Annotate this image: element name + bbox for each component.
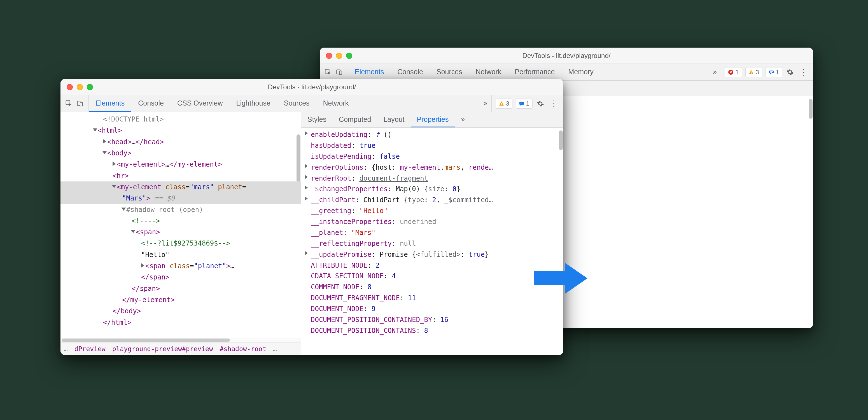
inspect-icon[interactable]: [324, 68, 333, 77]
tab-memory[interactable]: Memory: [561, 64, 600, 80]
more-menu-icon[interactable]: ⋮: [798, 67, 809, 77]
property-row[interactable]: __childPart: ChildPart {type: 2, _$commi…: [304, 194, 559, 206]
tabs-overflow-icon[interactable]: »: [479, 95, 491, 112]
window-minimize-icon[interactable]: [336, 53, 342, 59]
tab-sources[interactable]: Sources: [277, 95, 316, 112]
svg-rect-11: [80, 102, 83, 106]
svg-rect-8: [770, 72, 772, 73]
tab-console[interactable]: Console: [131, 95, 170, 112]
property-row[interactable]: __updatePromise: Promise {<fulfilled>: t…: [304, 249, 559, 260]
dom-node[interactable]: <hr>: [60, 170, 301, 181]
dom-node[interactable]: <body>: [60, 148, 301, 159]
svg-rect-5: [751, 73, 751, 73]
svg-rect-13: [501, 104, 502, 105]
property-row[interactable]: DOCUMENT_POSITION_CONTAINS: 8: [304, 325, 559, 336]
subtab-properties[interactable]: Properties: [411, 112, 455, 127]
property-row[interactable]: isUpdatePending: false: [304, 151, 559, 162]
warning-badge[interactable]: 3: [496, 98, 513, 109]
property-row[interactable]: DOCUMENT_FRAGMENT_NODE: 11: [304, 293, 559, 303]
device-toggle-icon[interactable]: [75, 99, 85, 108]
svg-rect-14: [519, 102, 524, 105]
tab-css-overview[interactable]: CSS Overview: [170, 95, 229, 112]
dom-node[interactable]: <span>: [60, 227, 301, 238]
scrollbar-thumb[interactable]: [809, 99, 812, 119]
window-minimize-icon[interactable]: [77, 84, 83, 90]
dom-node-selected[interactable]: <my-element class="mars" planet=: [60, 181, 301, 192]
tab-network[interactable]: Network: [469, 64, 508, 80]
horizontal-scrollbar[interactable]: [60, 338, 301, 342]
dom-node[interactable]: <span class="planet">…: [60, 261, 301, 272]
titlebar: DevTools - lit.dev/playground/: [60, 79, 563, 95]
titlebar: DevTools - lit.dev/playground/: [320, 48, 813, 64]
property-row[interactable]: DOCUMENT_NODE: 9: [304, 303, 559, 314]
dom-node[interactable]: <!--?lit$927534869$-->: [60, 238, 301, 249]
dom-node[interactable]: <head>…</head>: [60, 137, 301, 148]
subtab-styles[interactable]: Styles: [301, 112, 333, 127]
window-close-icon[interactable]: [67, 84, 73, 90]
gear-icon[interactable]: [536, 99, 545, 108]
dom-node-selected[interactable]: "Mars"> == $0: [60, 192, 301, 204]
dom-node[interactable]: <!---->: [60, 215, 301, 227]
side-subtabs: StylesComputedLayoutProperties»: [301, 112, 563, 128]
property-row[interactable]: __reflectingProperty: null: [304, 238, 559, 249]
tab-elements[interactable]: Elements: [89, 95, 131, 112]
dom-node[interactable]: #shadow-root (open): [60, 204, 301, 215]
property-row[interactable]: CDATA_SECTION_NODE: 4: [304, 271, 559, 282]
device-toggle-icon[interactable]: [335, 68, 344, 77]
window-zoom-icon[interactable]: [87, 84, 93, 90]
svg-rect-6: [769, 70, 774, 73]
property-row[interactable]: enableUpdating: f (): [304, 129, 559, 140]
breadcrumb-bar: … dPreview playground-preview#preview #s…: [60, 342, 301, 355]
messages-count: 1: [776, 69, 779, 76]
window-close-icon[interactable]: [326, 53, 332, 59]
dom-node[interactable]: </body>: [60, 305, 301, 317]
dom-tree[interactable]: <!DOCTYPE html><html><head>…</head><body…: [60, 112, 301, 338]
property-row[interactable]: DOCUMENT_POSITION_CONTAINED_BY: 16: [304, 314, 559, 325]
error-badge[interactable]: 1: [725, 67, 742, 77]
subtab-computed[interactable]: Computed: [333, 112, 377, 127]
window-title: DevTools - lit.dev/playground/: [320, 52, 813, 60]
dom-node[interactable]: </my-element>: [60, 294, 301, 305]
main-toolbar: ElementsConsoleSourcesNetworkPerformance…: [320, 64, 813, 81]
messages-badge[interactable]: 1: [516, 98, 533, 109]
breadcrumb-item[interactable]: playground-preview#preview: [112, 345, 213, 353]
tab-sources[interactable]: Sources: [430, 64, 469, 80]
messages-badge[interactable]: 1: [766, 67, 782, 77]
more-menu-icon[interactable]: ⋮: [548, 99, 559, 108]
dom-node[interactable]: <html>: [60, 125, 301, 136]
property-row[interactable]: __planet: "Mars": [304, 228, 559, 238]
breadcrumb-item[interactable]: #shadow-root: [220, 345, 266, 353]
property-row[interactable]: __greeting: "Hello": [304, 206, 559, 216]
dom-node[interactable]: </html>: [60, 317, 301, 328]
tab-console[interactable]: Console: [391, 64, 430, 80]
crumbs-overflow-right[interactable]: …: [273, 345, 277, 353]
tab-network[interactable]: Network: [316, 95, 355, 112]
property-row[interactable]: _$changedProperties: Map(0) {size: 0}: [304, 184, 559, 194]
scrollbar-thumb[interactable]: [559, 130, 563, 150]
property-row[interactable]: renderOptions: {host: my-element.mars, r…: [304, 162, 559, 173]
breadcrumb-item[interactable]: dPreview: [74, 345, 105, 353]
property-row[interactable]: renderRoot: document-fragment: [304, 173, 559, 184]
tab-elements[interactable]: Elements: [348, 64, 391, 80]
inspect-icon[interactable]: [64, 99, 73, 108]
dom-node[interactable]: <my-element>…</my-element>: [60, 159, 301, 170]
tabs-overflow-icon[interactable]: »: [709, 64, 721, 80]
dom-node[interactable]: </span>: [60, 272, 301, 283]
subtabs-overflow-icon[interactable]: »: [455, 112, 471, 127]
tab-lighthouse[interactable]: Lighthouse: [229, 95, 277, 112]
window-zoom-icon[interactable]: [346, 53, 352, 59]
warning-badge[interactable]: 3: [745, 67, 762, 77]
dom-node[interactable]: <!DOCTYPE html>: [60, 114, 301, 125]
window-title: DevTools - lit.dev/playground/: [60, 83, 563, 91]
dom-node[interactable]: </span>: [60, 283, 301, 294]
elements-tree-pane: ⋯ <!DOCTYPE html><html><head>…</head><bo…: [60, 112, 301, 355]
gear-icon[interactable]: [786, 68, 795, 77]
property-row[interactable]: hasUpdated: true: [304, 140, 559, 151]
subtab-layout[interactable]: Layout: [377, 112, 410, 127]
tab-performance[interactable]: Performance: [508, 64, 561, 80]
property-row[interactable]: COMMENT_NODE: 8: [304, 282, 559, 293]
property-row[interactable]: __instanceProperties: undefined: [304, 216, 559, 228]
dom-node[interactable]: "Hello": [60, 249, 301, 261]
property-row[interactable]: ATTRIBUTE_NODE: 2: [304, 260, 559, 271]
crumbs-overflow-left[interactable]: …: [64, 345, 68, 353]
